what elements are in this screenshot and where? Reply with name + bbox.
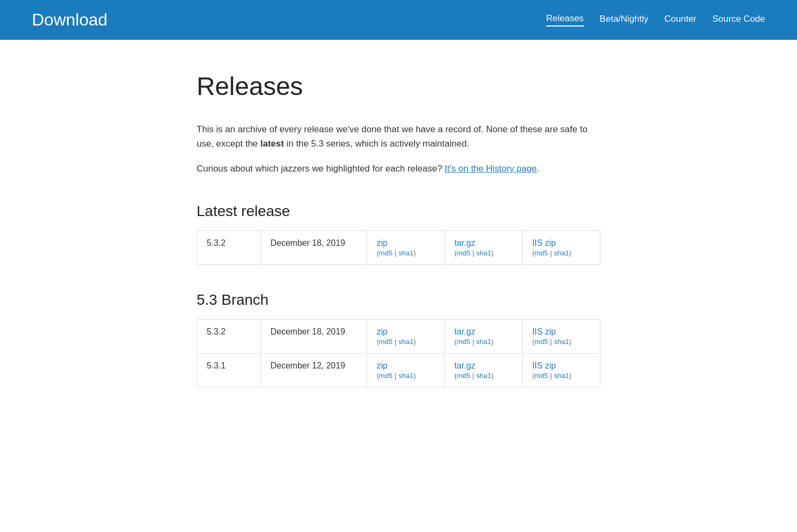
- file-cell: IIS zip(md5|sha1): [522, 319, 600, 353]
- page-title: Releases: [197, 72, 600, 101]
- hash-links: (md5|sha1): [377, 338, 435, 346]
- hash-links: (md5|sha1): [532, 338, 590, 346]
- file-cell: tar.gz(md5|sha1): [445, 319, 522, 353]
- branch-53-table: 5.3.2December 18, 2019zip(md5|sha1)tar.g…: [197, 319, 600, 388]
- table-row: 5.3.1December 12, 2019zip(md5|sha1)tar.g…: [197, 353, 600, 387]
- history-period: .: [537, 164, 539, 174]
- hash-separator: |: [472, 338, 474, 346]
- hash-links: (md5|sha1): [532, 372, 590, 380]
- sha1-link[interactable]: sha1: [398, 372, 413, 380]
- hash-separator: |: [472, 249, 474, 257]
- file-download-link[interactable]: zip: [377, 327, 435, 337]
- nav-source-code[interactable]: Source Code: [713, 14, 765, 26]
- sha1-link[interactable]: sha1: [398, 249, 413, 257]
- hash-separator: |: [395, 338, 396, 346]
- hash-separator: |: [395, 249, 396, 257]
- file-download-link[interactable]: IIS zip: [532, 361, 590, 371]
- sha1-link[interactable]: sha1: [476, 338, 491, 346]
- sha1-link[interactable]: sha1: [476, 249, 491, 257]
- date-cell: December 18, 2019: [261, 319, 367, 353]
- site-header: Download Releases Beta/Nightly Counter S…: [0, 0, 797, 40]
- file-cell: IIS zip(md5|sha1): [522, 230, 600, 264]
- main-nav: Releases Beta/Nightly Counter Source Cod…: [546, 13, 765, 27]
- file-download-link[interactable]: zip: [377, 238, 435, 248]
- date-cell: December 18, 2019: [261, 230, 367, 264]
- nav-releases[interactable]: Releases: [546, 13, 584, 27]
- hash-links: (md5|sha1): [377, 372, 435, 380]
- date-cell: December 12, 2019: [261, 353, 367, 387]
- hash-links: (md5|sha1): [454, 372, 512, 380]
- site-title: Download: [32, 10, 107, 30]
- md5-link[interactable]: md5: [379, 372, 392, 380]
- hash-links: (md5|sha1): [454, 249, 512, 257]
- section-title-latest: Latest release: [197, 203, 600, 220]
- file-download-link[interactable]: tar.gz: [454, 361, 512, 371]
- file-download-link[interactable]: IIS zip: [532, 327, 590, 337]
- table-row: 5.3.2December 18, 2019zip(md5|sha1)tar.g…: [197, 230, 600, 264]
- sha1-link[interactable]: sha1: [554, 249, 569, 257]
- hash-separator: |: [550, 249, 552, 257]
- history-paragraph: Curious about which jazzers we highlight…: [197, 161, 600, 176]
- sha1-link[interactable]: sha1: [554, 372, 569, 380]
- description-bold: latest: [260, 139, 284, 149]
- version-cell: 5.3.2: [197, 319, 261, 353]
- version-cell: 5.3.1: [197, 353, 261, 387]
- hash-separator: |: [550, 372, 552, 380]
- md5-link[interactable]: md5: [457, 249, 470, 257]
- hash-links: (md5|sha1): [377, 249, 435, 257]
- file-download-link[interactable]: zip: [377, 361, 435, 371]
- md5-link[interactable]: md5: [379, 338, 392, 346]
- main-content: Releases This is an archive of every rel…: [0, 40, 797, 419]
- history-intro: Curious about which jazzers we highlight…: [197, 164, 442, 174]
- file-cell: zip(md5|sha1): [367, 353, 445, 387]
- file-cell: tar.gz(md5|sha1): [445, 353, 522, 387]
- file-cell: IIS zip(md5|sha1): [522, 353, 600, 387]
- file-download-link[interactable]: IIS zip: [532, 238, 590, 248]
- md5-link[interactable]: md5: [535, 372, 548, 380]
- description-text-2: in the 5.3 series, which is actively mai…: [284, 139, 469, 149]
- file-download-link[interactable]: tar.gz: [454, 327, 512, 337]
- hash-links: (md5|sha1): [454, 338, 512, 346]
- table-row: 5.3.2December 18, 2019zip(md5|sha1)tar.g…: [197, 319, 600, 353]
- description-paragraph: This is an archive of every release we'v…: [197, 122, 600, 151]
- section-title-53-branch: 5.3 Branch: [197, 291, 600, 308]
- sha1-link[interactable]: sha1: [398, 338, 413, 346]
- md5-link[interactable]: md5: [535, 338, 548, 346]
- sha1-link[interactable]: sha1: [554, 338, 569, 346]
- hash-separator: |: [395, 372, 396, 380]
- hash-separator: |: [472, 372, 474, 380]
- md5-link[interactable]: md5: [379, 249, 392, 257]
- file-cell: tar.gz(md5|sha1): [445, 230, 522, 264]
- file-cell: zip(md5|sha1): [367, 319, 445, 353]
- hash-links: (md5|sha1): [532, 249, 590, 257]
- md5-link[interactable]: md5: [457, 372, 470, 380]
- history-link[interactable]: It's on the History page: [445, 164, 537, 174]
- file-download-link[interactable]: tar.gz: [454, 238, 512, 248]
- nav-counter[interactable]: Counter: [664, 14, 696, 26]
- sha1-link[interactable]: sha1: [476, 372, 491, 380]
- nav-beta-nightly[interactable]: Beta/Nightly: [600, 14, 649, 26]
- version-cell: 5.3.2: [197, 230, 261, 264]
- md5-link[interactable]: md5: [535, 249, 548, 257]
- latest-release-table: 5.3.2December 18, 2019zip(md5|sha1)tar.g…: [197, 230, 600, 265]
- md5-link[interactable]: md5: [457, 338, 470, 346]
- file-cell: zip(md5|sha1): [367, 230, 445, 264]
- hash-separator: |: [550, 338, 552, 346]
